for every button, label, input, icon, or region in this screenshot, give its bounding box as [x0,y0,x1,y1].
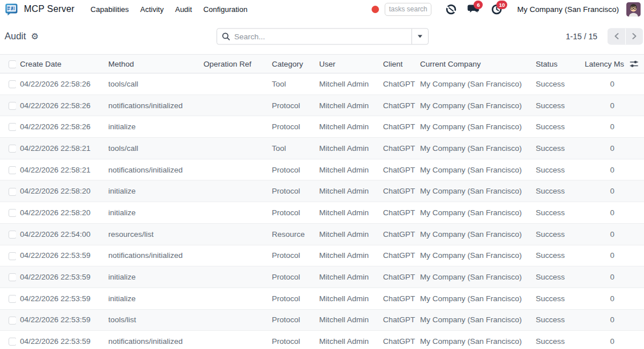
cell-create-date: 04/22/2026 22:53:59 [16,309,104,331]
cell-method: tools/call [104,138,197,159]
messages-icon[interactable]: 6 [467,3,480,15]
cell-method: initialize [104,202,197,224]
recording-indicator-dot [372,6,379,13]
menu-item-configuration[interactable]: Configuration [198,2,253,17]
cell-current-company: My Company (San Francisco) [416,180,532,202]
cell-method: notifications/initialized [104,95,197,116]
pager-range: 1-15 / 15 [566,32,597,41]
cell-method: initialize [104,288,197,309]
cell-client: ChatGPT [379,266,416,288]
cell-latency-ms: 0 [576,116,625,138]
search-dropdown-toggle[interactable] [411,28,428,44]
cell-latency-ms: 0 [576,266,625,288]
tasks-search-input[interactable] [385,3,431,16]
table-row[interactable]: 04/22/2026 22:54:00 resources/list Resou… [0,223,644,245]
pager-previous-button[interactable] [608,28,625,44]
table-row[interactable]: 04/22/2026 22:53:59 notifications/initia… [0,245,644,266]
cell-operation-ref [197,245,268,266]
table-row[interactable]: 04/22/2026 22:58:20 initialize Protocol … [0,202,644,224]
table-row[interactable]: 04/22/2026 22:58:21 tools/call Tool Mitc… [0,138,644,159]
cell-client: ChatGPT [379,309,416,331]
row-checkbox[interactable] [9,123,16,131]
table-row[interactable]: 04/22/2026 22:53:59 notifications/initia… [0,331,644,349]
row-checkbox[interactable] [9,188,16,196]
cell-current-company: My Company (San Francisco) [416,73,532,95]
column-header-current-company[interactable]: Current Company [416,55,532,73]
search-input[interactable] [234,32,407,40]
page-title: Audit [5,31,26,42]
row-checkbox[interactable] [9,338,16,346]
row-checkbox[interactable] [9,209,16,217]
cell-latency-ms: 0 [576,309,625,331]
table-row[interactable]: 04/22/2026 22:58:26 notifications/initia… [0,95,644,116]
table-row[interactable]: 04/22/2026 22:53:59 tools/list Protocol … [0,309,644,331]
row-checkbox[interactable] [9,80,16,88]
cell-create-date: 04/22/2026 22:53:59 [16,245,104,266]
table-row[interactable]: 04/22/2026 22:58:20 initialize Protocol … [0,180,644,202]
user-avatar[interactable] [626,2,641,17]
column-header-latency-ms[interactable]: Latency Ms [576,55,625,73]
cell-create-date: 04/22/2026 22:58:20 [16,180,104,202]
row-checkbox[interactable] [9,145,16,153]
cell-category: Protocol [268,159,315,180]
column-header-category[interactable]: Category [268,55,315,73]
column-header-user[interactable]: User [315,55,379,73]
cell-latency-ms: 0 [576,288,625,309]
table-row[interactable]: 04/22/2026 22:53:59 initialize Protocol … [0,288,644,309]
search-bar [217,28,429,44]
cell-category: Protocol [268,309,315,331]
cell-operation-ref [197,159,268,180]
cell-operation-ref [197,116,268,138]
messages-count-badge: 6 [474,1,483,9]
menu-item-audit[interactable]: Audit [169,2,198,17]
row-checkbox[interactable] [9,252,16,260]
menu-item-activity[interactable]: Activity [134,2,169,17]
row-checkbox[interactable] [9,231,16,239]
presence-status-icon[interactable] [444,3,458,15]
activities-clock-icon[interactable]: 10 [490,3,503,15]
cell-user: Mitchell Admin [315,116,379,138]
row-checkbox[interactable] [9,102,16,110]
menu-item-capabilities[interactable]: Capabilities [85,2,134,17]
table-row[interactable]: 04/22/2026 22:53:59 initialize Protocol … [0,266,644,288]
cell-user: Mitchell Admin [315,180,379,202]
table-row[interactable]: 04/22/2026 22:58:26 initialize Protocol … [0,116,644,138]
cell-operation-ref [197,202,268,224]
control-panel: Audit ⚙ 1-15 / 15 [0,18,644,54]
column-header-status[interactable]: Status [532,55,576,73]
column-header-create-date[interactable]: Create Date [16,55,104,73]
cell-create-date: 04/22/2026 22:58:21 [16,159,104,180]
cell-client: ChatGPT [379,288,416,309]
app-brand[interactable]: MCP Server [5,2,75,16]
row-checkbox[interactable] [9,295,16,303]
cell-category: Protocol [268,180,315,202]
current-company-switcher[interactable]: My Company (San Francisco) [517,5,619,14]
cell-category: Protocol [268,288,315,309]
pager-next-button[interactable] [625,28,643,44]
cell-user: Mitchell Admin [315,73,379,95]
cell-status: Success [532,116,576,138]
optional-columns-icon[interactable] [629,60,639,68]
cell-user: Mitchell Admin [315,266,379,288]
row-checkbox[interactable] [9,317,16,325]
table-row[interactable]: 04/22/2026 22:58:26 tools/call Tool Mitc… [0,73,644,95]
main-menu: Capabilities Activity Audit Configuratio… [85,2,253,17]
search-icon [222,32,230,40]
cog-actions-icon[interactable]: ⚙ [31,32,39,40]
cell-user: Mitchell Admin [315,309,379,331]
cell-latency-ms: 0 [576,331,625,349]
cell-status: Success [532,73,576,95]
cell-status: Success [532,266,576,288]
row-checkbox[interactable] [9,166,16,174]
cell-operation-ref [197,331,268,349]
table-row[interactable]: 04/22/2026 22:58:21 notifications/initia… [0,159,644,180]
cell-operation-ref [197,180,268,202]
select-all-checkbox[interactable] [9,60,16,68]
column-header-method[interactable]: Method [104,55,197,73]
cell-method: notifications/initialized [104,331,197,349]
row-checkbox[interactable] [9,273,16,281]
cell-method: notifications/initialized [104,159,197,180]
cell-category: Protocol [268,95,315,116]
column-header-client[interactable]: Client [379,55,416,73]
column-header-operation-ref[interactable]: Operation Ref [197,55,268,73]
